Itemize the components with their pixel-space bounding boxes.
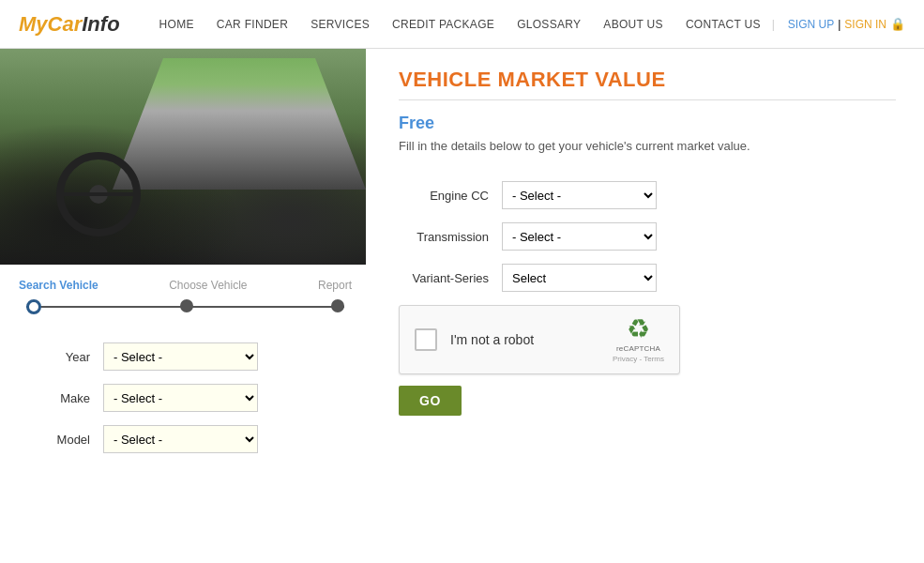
engine-cc-select[interactable]: - Select - xyxy=(502,181,657,209)
year-label: Year xyxy=(28,350,103,364)
go-button[interactable]: GO xyxy=(399,386,462,416)
right-panel: VEHICLE MARKET VALUE Free Fill in the de… xyxy=(371,49,924,434)
nav-home[interactable]: HOME xyxy=(148,18,205,31)
model-row: Model - Select - xyxy=(28,425,342,453)
nav-credit-package[interactable]: CREDIT PACKAGE xyxy=(381,18,506,31)
step-dots xyxy=(26,299,344,314)
step-report[interactable]: Report xyxy=(318,279,352,292)
left-form: Year - Select - Make - Select - Model - … xyxy=(0,324,371,476)
auth-divider: | xyxy=(838,18,841,31)
recaptcha-label: I'm not a robot xyxy=(450,332,599,347)
steering-wheel xyxy=(56,152,141,236)
step-dot-2 xyxy=(180,299,193,312)
make-label: Make xyxy=(28,391,103,405)
signup-link[interactable]: SIGN UP xyxy=(788,18,834,31)
title-divider xyxy=(399,99,896,100)
recaptcha-privacy[interactable]: Privacy xyxy=(613,355,637,363)
description: Fill in the details below to get your ve… xyxy=(399,139,896,153)
recaptcha-box: I'm not a robot ♻ reCAPTCHA Privacy - Te… xyxy=(399,305,680,374)
recaptcha-logo: ♻ reCAPTCHA Privacy - Terms xyxy=(613,316,664,363)
step-choose-vehicle[interactable]: Choose Vehicle xyxy=(169,279,247,292)
make-select[interactable]: - Select - xyxy=(103,384,258,412)
right-column: VEHICLE MARKET VALUE Free Fill in the de… xyxy=(371,49,924,476)
variant-series-label: Variant-Series xyxy=(399,271,502,285)
year-select[interactable]: - Select - xyxy=(103,342,258,371)
nav-about-us[interactable]: ABOUT US xyxy=(592,18,674,31)
transmission-label: Transmission xyxy=(399,230,502,244)
header: MyCarInfo HOME CAR FINDER SERVICES CREDI… xyxy=(0,0,924,49)
free-label: Free xyxy=(399,114,896,133)
engine-cc-row: Engine CC - Select - xyxy=(399,181,896,209)
nav-contact-us[interactable]: CONTACT US xyxy=(674,18,772,31)
recaptcha-checkbox[interactable] xyxy=(415,328,437,351)
variant-series-row: Variant-Series Select xyxy=(399,264,896,292)
logo[interactable]: MyCarInfo xyxy=(19,12,120,37)
logo-text: MyCarInfo xyxy=(19,12,120,36)
step-search-vehicle[interactable]: Search Vehicle xyxy=(19,279,98,292)
engine-cc-label: Engine CC xyxy=(399,189,502,203)
lock-icon: 🔒 xyxy=(890,17,905,31)
steps-container: Search Vehicle Choose Vehicle Report xyxy=(0,265,371,324)
navigation: HOME CAR FINDER SERVICES CREDIT PACKAGE … xyxy=(148,18,788,31)
right-form: Engine CC - Select - Transmission - Sele… xyxy=(399,181,896,416)
nav-services[interactable]: SERVICES xyxy=(299,18,381,31)
recaptcha-terms[interactable]: Terms xyxy=(644,355,664,363)
recaptcha-area: I'm not a robot ♻ reCAPTCHA Privacy - Te… xyxy=(399,305,896,374)
transmission-row: Transmission - Select - xyxy=(399,222,896,251)
make-row: Make - Select - xyxy=(28,384,342,412)
recaptcha-icon: ♻ xyxy=(627,316,650,342)
model-label: Model xyxy=(28,433,103,447)
steps-labels: Search Vehicle Choose Vehicle Report xyxy=(19,279,352,292)
nav-divider: | xyxy=(772,18,775,31)
page-title: VEHICLE MARKET VALUE xyxy=(399,68,896,92)
auth-links: SIGN UP | SIGN IN 🔒 xyxy=(788,17,905,31)
step-dot-3 xyxy=(331,299,344,312)
signin-link[interactable]: SIGN IN xyxy=(844,18,886,31)
steps-track xyxy=(26,299,344,314)
variant-series-select[interactable]: Select xyxy=(502,264,657,292)
left-column: Search Vehicle Choose Vehicle Report Yea… xyxy=(0,49,371,476)
year-row: Year - Select - xyxy=(28,342,342,371)
recaptcha-brand-text: reCAPTCHA xyxy=(616,344,660,353)
recaptcha-links: Privacy - Terms xyxy=(613,355,664,363)
nav-glossary[interactable]: GLOSSARY xyxy=(506,18,592,31)
step-dot-1 xyxy=(26,299,41,314)
nav-car-finder[interactable]: CAR FINDER xyxy=(205,18,299,31)
transmission-select[interactable]: - Select - xyxy=(502,222,657,251)
content-area: Search Vehicle Choose Vehicle Report Yea… xyxy=(0,49,924,476)
car-image xyxy=(0,49,366,265)
model-select[interactable]: - Select - xyxy=(103,425,258,453)
